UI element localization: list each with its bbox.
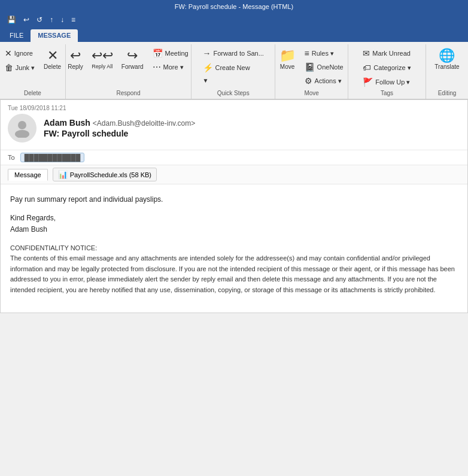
down-btn[interactable]: ↓ [58, 14, 66, 25]
ignore-icon: ✕ [5, 48, 12, 58]
meeting-more-col: 📅 Meeting ⋯ More ▾ [148, 47, 193, 74]
tab-file[interactable]: FILE [2, 29, 31, 42]
forward-button[interactable]: ↪ Forward [118, 47, 147, 72]
delete-group-label: Delete [24, 90, 41, 98]
redo-btn[interactable]: ↺ [34, 14, 45, 25]
attachment-file[interactable]: 📊 PayrollSchedule.xls (58 KB) [53, 168, 157, 181]
editing-group-label: Editing [438, 90, 457, 98]
ribbon-tabs: FILE MESSAGE [0, 26, 468, 42]
body-regards: Kind Regards,Adam Bush [10, 213, 458, 235]
onenote-icon: 📓 [305, 62, 315, 72]
tab-message[interactable]: MESSAGE [31, 29, 78, 42]
follow-up-button[interactable]: 🚩 Follow Up ▾ [358, 75, 414, 89]
meeting-icon: 📅 [153, 48, 163, 58]
mark-unread-icon: ✉ [363, 48, 370, 58]
up-btn[interactable]: ↑ [47, 14, 56, 25]
save-btn[interactable]: 💾 [5, 14, 19, 25]
forward-icon: ↪ [127, 49, 138, 62]
quick-steps-group-label: Quick Steps [217, 90, 250, 98]
email-date: Tue 18/09/2018 11:21 [8, 105, 66, 111]
translate-icon: 🌐 [439, 49, 455, 62]
ribbon-group-quick-steps: → Forward to San... ⚡ Create New ▼ Quick… [192, 44, 275, 99]
attachment-filename: PayrollSchedule.xls (58 KB) [70, 171, 151, 178]
message-tab-label: Message [14, 171, 41, 178]
ribbon: ✕ Ignore 🗑 Junk ▾ ✕ Delete Delete ↩ Repl… [0, 42, 468, 99]
rules-icon: ≡ [305, 48, 309, 58]
respond-group-label: Respond [116, 90, 140, 98]
sender-name: Adam Bush [44, 118, 90, 128]
ignore-button[interactable]: ✕ Ignore [1, 47, 39, 60]
message-tab[interactable]: Message [8, 169, 48, 181]
to-label: To [8, 154, 15, 161]
title-bar: FW: Payroll schedule - Message (HTML) [0, 0, 468, 13]
quick-steps-expand[interactable]: ▼ [199, 75, 213, 86]
body-para-1: Pay run summary report and individual pa… [10, 194, 458, 205]
categorize-icon: 🏷 [363, 63, 371, 72]
avatar [8, 114, 37, 143]
forward-san-button[interactable]: → Forward to San... [199, 47, 268, 60]
reply-icon: ↩ [70, 49, 81, 62]
reply-button[interactable]: ↩ Reply [64, 47, 87, 72]
move-group-label: Move [304, 90, 318, 98]
menu-btn[interactable]: ≡ [69, 14, 78, 25]
email-header: Tue 18/09/2018 11:21 Adam Bush <Adam.Bus… [1, 100, 467, 150]
reply-all-icon: ↩↩ [92, 49, 113, 62]
junk-icon: 🗑 [5, 63, 13, 72]
quick-access-toolbar: 💾 ↩ ↺ ↑ ↓ ≡ [0, 13, 468, 26]
reply-all-button[interactable]: ↩↩ Reply All [88, 47, 117, 72]
to-recipient: ████████████ [20, 153, 85, 162]
ribbon-group-move: 📁 Move ≡ Rules ▾ 📓 OneNote ⚙ Actions ▾ M… [275, 44, 348, 99]
title-text: FW: Payroll schedule - Message (HTML) [175, 3, 293, 10]
email-meta: Adam Bush <Adam.Bush@deloitte-inv.com> F… [8, 114, 460, 143]
mark-unread-button[interactable]: ✉ Mark Unread [358, 47, 415, 60]
email-body: Pay run summary report and individual pa… [1, 184, 467, 313]
email-to-line: To ████████████ [1, 150, 467, 165]
follow-up-icon: 🚩 [363, 77, 373, 87]
quick-steps-buttons: → Forward to San... ⚡ Create New ▼ [199, 46, 268, 90]
tags-group-label: Tags [381, 90, 393, 98]
delete-button[interactable]: ✕ Delete [40, 47, 65, 72]
email-subject: FW: Payroll schedule [44, 129, 460, 138]
move-buttons: 📁 Move ≡ Rules ▾ 📓 OneNote ⚙ Actions ▾ [276, 46, 348, 90]
svg-point-0 [18, 121, 26, 129]
junk-button[interactable]: 🗑 Junk ▾ [1, 61, 39, 74]
excel-icon: 📊 [58, 170, 68, 179]
ribbon-group-respond: ↩ Reply ↩↩ Reply All ↪ Forward 📅 Meeting… [66, 44, 192, 99]
more-button[interactable]: ⋯ More ▾ [148, 60, 193, 74]
create-new-button[interactable]: ⚡ Create New [199, 61, 254, 74]
forward-san-icon: → [203, 48, 211, 58]
rules-button[interactable]: ≡ Rules ▾ [300, 47, 348, 60]
ignore-junk-col: ✕ Ignore 🗑 Junk ▾ [1, 47, 39, 74]
actions-icon: ⚙ [305, 76, 312, 86]
categorize-button[interactable]: 🏷 Categorize ▾ [358, 61, 415, 74]
tags-buttons: ✉ Mark Unread 🏷 Categorize ▾ 🚩 Follow Up… [358, 46, 415, 90]
body-confidential: CONFIDENTIALITY NOTICE: The contents of … [10, 243, 458, 296]
sender-email: <Adam.Bush@deloitte-inv.com> [93, 119, 195, 128]
translate-button[interactable]: 🌐 Translate [431, 47, 463, 72]
email-container: Tue 18/09/2018 11:21 Adam Bush <Adam.Bus… [0, 99, 468, 313]
more-icon: ⋯ [153, 62, 161, 72]
svg-point-1 [15, 130, 29, 138]
ribbon-group-editing: 🌐 Translate Editing [426, 44, 468, 99]
onenote-button[interactable]: 📓 OneNote [300, 60, 348, 74]
delete-icon: ✕ [47, 49, 58, 62]
actions-button[interactable]: ⚙ Actions ▾ [300, 74, 348, 87]
ribbon-group-tags: ✉ Mark Unread 🏷 Categorize ▾ 🚩 Follow Up… [348, 44, 426, 99]
meeting-button[interactable]: 📅 Meeting [148, 47, 193, 60]
move-icon: 📁 [279, 49, 296, 62]
ribbon-group-delete: ✕ Ignore 🗑 Junk ▾ ✕ Delete Delete [0, 44, 66, 99]
undo-btn[interactable]: ↩ [21, 14, 32, 25]
delete-buttons: ✕ Ignore 🗑 Junk ▾ ✕ Delete [1, 46, 65, 90]
email-info: Adam Bush <Adam.Bush@deloitte-inv.com> F… [44, 118, 460, 138]
move-button[interactable]: 📁 Move [276, 47, 299, 72]
respond-buttons: ↩ Reply ↩↩ Reply All ↪ Forward 📅 Meeting… [64, 46, 192, 90]
attachment-bar: Message 📊 PayrollSchedule.xls (58 KB) [1, 165, 467, 184]
rules-onenote-col: ≡ Rules ▾ 📓 OneNote ⚙ Actions ▾ [300, 47, 348, 87]
create-new-icon: ⚡ [203, 63, 213, 72]
editing-buttons: 🌐 Translate [431, 46, 463, 90]
